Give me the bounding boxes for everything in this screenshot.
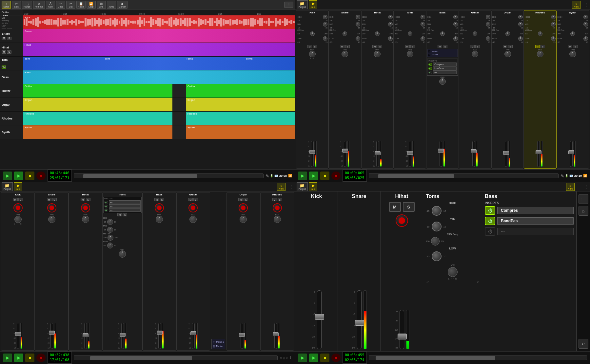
- bass-freq-knob-q2[interactable]: [440, 31, 445, 36]
- bass-m-q2[interactable]: M: [438, 45, 442, 48]
- stop-btn-q4[interactable]: ■: [320, 354, 329, 362]
- toms-high-knob-q3[interactable]: [107, 219, 113, 225]
- toms-freq-knob-q2[interactable]: [408, 31, 412, 36]
- play-btn-q1[interactable]: ▶: [3, 172, 12, 180]
- guitar-high-knob-q2[interactable]: [486, 15, 490, 19]
- next-btn-q4[interactable]: ▶ Next: [309, 182, 317, 191]
- toms-ins1-power-q3[interactable]: ⏻: [104, 201, 108, 204]
- synth-waveform[interactable]: Synth Synth: [23, 125, 295, 139]
- toms-freq-knob-large[interactable]: [431, 237, 440, 246]
- cut-btn[interactable]: ✂Cut: [66, 1, 75, 9]
- remove-btn[interactable]: ✕Remove: [33, 1, 45, 9]
- scrollbar-q2[interactable]: [369, 173, 559, 178]
- rhodes-waveform[interactable]: Rhodes Rhodes: [23, 112, 295, 125]
- stop-btn-q1[interactable]: ■: [25, 172, 34, 180]
- toms-pan-q2[interactable]: [407, 51, 413, 57]
- menu-q3[interactable]: ⋮: [289, 184, 293, 190]
- side-btn-1[interactable]: ⬚: [579, 194, 588, 204]
- guitar-rec-q3[interactable]: [188, 203, 198, 212]
- toms-high-knob-q2[interactable]: [421, 15, 425, 19]
- organ-s-q2[interactable]: S: [508, 45, 513, 48]
- range-btn[interactable]: ⬚Range: [22, 1, 32, 9]
- stop-btn-q2[interactable]: ■: [320, 172, 329, 180]
- bass-s-q2[interactable]: S: [443, 45, 447, 48]
- play-active-btn-q4[interactable]: ▶: [309, 354, 318, 362]
- kick-s-q2[interactable]: S: [313, 45, 317, 48]
- bandpas-power-large[interactable]: ⏻: [485, 217, 495, 225]
- next-btn-q3[interactable]: ▶ Next: [14, 182, 22, 191]
- rhodes-low-knob-q2[interactable]: [551, 36, 556, 41]
- toms-s-q2[interactable]: S: [410, 45, 415, 48]
- snare-rec-q3[interactable]: [47, 203, 56, 212]
- toms-mid-knob-q3[interactable]: [107, 227, 113, 233]
- kick-fader-large[interactable]: [317, 290, 322, 349]
- organ-low-knob-q2[interactable]: [518, 36, 523, 41]
- play-btn-q2[interactable]: ▶: [298, 172, 307, 180]
- play-active-btn-q1[interactable]: ▶: [14, 172, 23, 180]
- kick-pan-q2[interactable]: [309, 51, 316, 57]
- hihat-low-knob-q2[interactable]: [388, 36, 393, 41]
- toms-pan-q3[interactable]: [119, 250, 126, 258]
- synth-pan-q2[interactable]: [569, 51, 576, 57]
- hihat-rec-q3[interactable]: [81, 203, 90, 212]
- mono1-row-q3[interactable]: ⊡Mono 1: [213, 340, 224, 344]
- snare-m-q2[interactable]: M: [340, 45, 344, 48]
- rhodes-pan-q3[interactable]: [274, 216, 281, 223]
- marker-btn[interactable]: ◆Marker: [117, 1, 128, 9]
- toms-ins3-power-q3[interactable]: ⏻: [104, 209, 108, 212]
- kick-m-q3[interactable]: M: [13, 198, 18, 201]
- organ-high-knob-q2[interactable]: [518, 15, 523, 19]
- hihat-freq-knob-q2[interactable]: [375, 31, 380, 36]
- kick-waveform[interactable]: Kick for(let i=0;i<120;i++){document.wri…: [23, 15, 295, 29]
- hihat-fader-thumb-large[interactable]: [398, 334, 407, 339]
- toms-high-knob-large[interactable]: [432, 206, 442, 216]
- menu-q2[interactable]: ⋮: [584, 2, 588, 8]
- organ-s-q3[interactable]: S: [244, 198, 248, 201]
- snare-high-knob[interactable]: [356, 15, 360, 19]
- record-btn-q4[interactable]: ●: [331, 354, 341, 362]
- hihat-solo-large[interactable]: S: [403, 202, 415, 212]
- undo-btn[interactable]: ↩Undo: [56, 1, 65, 9]
- snare-pan-q3[interactable]: [48, 216, 55, 223]
- snare-pan-q2[interactable]: [342, 51, 348, 57]
- empty-power-large[interactable]: ⏻: [485, 227, 495, 236]
- synth-mid-knob-q2[interactable]: [583, 22, 588, 27]
- bass-rec-q3[interactable]: [155, 203, 164, 212]
- guitar-low-knob-q2[interactable]: [486, 36, 490, 41]
- organ-freq-knob-q2[interactable]: [505, 31, 510, 36]
- loop-btn[interactable]: 🔁Loop: [87, 1, 96, 9]
- rhodes-rec-q3[interactable]: [273, 203, 282, 212]
- snare-m-q3[interactable]: M: [47, 198, 51, 201]
- snare-fader-thumb-large[interactable]: [355, 320, 364, 326]
- scrollbar-q4[interactable]: [369, 355, 587, 360]
- jump-btn[interactable]: →Jump: [107, 1, 116, 9]
- kick-m-q2[interactable]: M: [307, 45, 312, 48]
- snare-solo[interactable]: S: [7, 37, 11, 40]
- kick-high-knob[interactable]: [323, 15, 327, 19]
- split-btn[interactable]: ✂Split: [12, 1, 21, 9]
- rhodes-pan-q2[interactable]: [537, 51, 543, 57]
- tom-pan[interactable]: PAN: [2, 65, 6, 69]
- kick-s-q3[interactable]: S: [18, 198, 23, 201]
- side-btn-back[interactable]: ↩: [579, 339, 588, 349]
- hihat-solo[interactable]: S: [7, 50, 11, 54]
- organ-pan-q3[interactable]: [240, 216, 247, 223]
- guitar-pan-q3[interactable]: [189, 216, 197, 223]
- hihat-fader-large[interactable]: [400, 310, 404, 349]
- hihat-mute[interactable]: M: [2, 50, 6, 54]
- rhodes-s-q3[interactable]: S: [278, 198, 282, 201]
- guitar-waveform[interactable]: Guitar Guitar: [23, 84, 295, 98]
- stop-btn-q3[interactable]: ■: [25, 354, 34, 362]
- organ-rec-q3[interactable]: [239, 203, 248, 212]
- guitar-s-q3[interactable]: S: [193, 198, 198, 201]
- record-btn-q2[interactable]: ●: [331, 172, 341, 180]
- compres-power-q2[interactable]: ⏻: [428, 63, 432, 66]
- next-btn-q2[interactable]: ▶ Next: [309, 0, 317, 9]
- guitar-mid-knob-q2[interactable]: [486, 22, 490, 27]
- toms-pan-large[interactable]: [448, 267, 458, 277]
- rhodes-mid-knob-q2[interactable]: [551, 22, 556, 27]
- guitar-m-q3[interactable]: M: [188, 198, 193, 201]
- next-right-q3[interactable]: ▷ Next: [277, 183, 285, 191]
- organ-mid-knob-q2[interactable]: [518, 22, 523, 27]
- snare-freq-knob[interactable]: [343, 31, 347, 36]
